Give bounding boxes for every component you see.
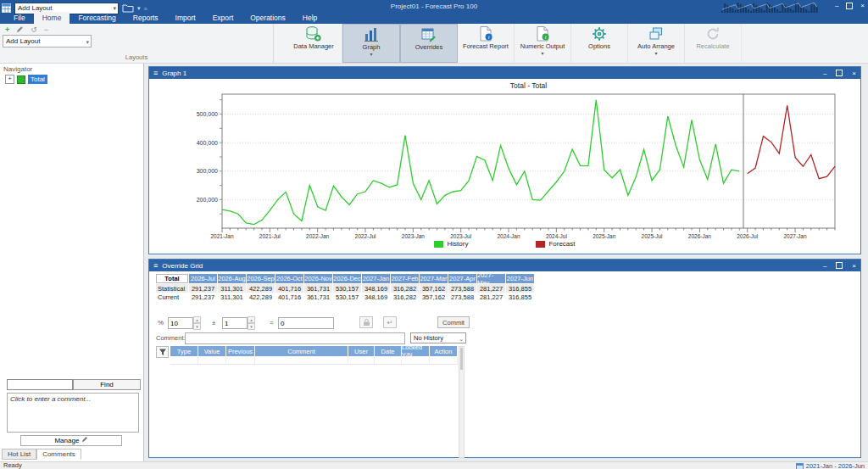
edit-layout-icon[interactable] <box>16 25 24 35</box>
forecast-cell[interactable]: 401,716 <box>275 284 303 293</box>
forecast-column-header[interactable]: 2026-Aug <box>218 274 246 283</box>
window-menu-icon[interactable]: ≡ <box>153 69 158 77</box>
forecast-cell[interactable]: 281,227 <box>477 293 505 301</box>
forecast-cell[interactable]: 357,162 <box>420 284 448 293</box>
menu-tab-export[interactable]: Export <box>204 12 242 24</box>
percent-stepper[interactable]: ▴▾ <box>193 316 201 328</box>
manage-button[interactable]: Manage <box>20 435 122 446</box>
minimize-icon[interactable]: – <box>823 70 826 77</box>
ribbon-button-forecast-report[interactable]: iForecast Report <box>458 24 515 63</box>
forecast-cell[interactable]: 422,289 <box>247 284 275 293</box>
apply-button[interactable]: ↵ <box>383 316 397 328</box>
spin-up-icon[interactable]: ▴ <box>248 316 255 323</box>
percent-input[interactable] <box>168 317 193 329</box>
history-cell[interactable] <box>255 356 348 365</box>
close-icon[interactable]: × <box>852 70 856 77</box>
ribbon-button-options[interactable]: Options <box>571 24 628 63</box>
override-window-titlebar[interactable]: ≡ Override Grid – × <box>149 260 860 271</box>
history-column-previous[interactable]: Previous <box>226 346 255 356</box>
history-cell[interactable] <box>198 356 226 365</box>
forecast-cell[interactable]: 291,237 <box>189 284 217 293</box>
remove-layout-icon[interactable]: − <box>44 25 48 35</box>
menu-tab-file[interactable]: File <box>5 12 34 24</box>
maximize-icon[interactable] <box>836 262 843 269</box>
history-cell[interactable] <box>348 356 375 365</box>
navigator-tree-root[interactable]: + Total <box>5 75 47 84</box>
plusminus-input[interactable] <box>222 317 248 329</box>
close-icon[interactable]: × <box>860 2 865 9</box>
forecast-cell[interactable]: 357,162 <box>420 293 448 301</box>
forecast-column-header[interactable]: 2027-Feb <box>391 274 419 283</box>
ribbon-button-graph[interactable]: Graph▾ <box>342 24 400 63</box>
layout-combo[interactable]: Add Layout ▾ <box>3 35 92 47</box>
forecast-cell[interactable]: 530,157 <box>333 293 361 301</box>
forecast-cell[interactable]: 316,282 <box>391 284 419 293</box>
forecast-cell[interactable]: 348,169 <box>362 284 390 293</box>
history-column-action[interactable]: Action <box>430 346 458 356</box>
history-table-scrollbar[interactable] <box>459 346 465 458</box>
forecast-cell[interactable]: 311,301 <box>218 284 246 293</box>
history-column-user[interactable]: User <box>348 346 375 356</box>
commit-button[interactable]: Commit <box>437 316 470 328</box>
history-cell[interactable] <box>375 356 402 365</box>
menu-tab-reports[interactable]: Reports <box>125 12 167 24</box>
spin-up-icon[interactable]: ▴ <box>193 316 201 323</box>
find-button[interactable]: Find <box>73 379 141 390</box>
history-cell[interactable] <box>170 356 198 365</box>
lock-button[interactable] <box>359 316 373 328</box>
graph-window-titlebar[interactable]: ≡ Graph 1 – × <box>149 67 860 79</box>
ribbon-button-numeric-output[interactable]: iNumeric Output▾ <box>515 24 571 63</box>
forecast-cell[interactable]: 361,731 <box>304 284 332 293</box>
forecast-column-header[interactable]: 2027-Jun <box>506 274 534 283</box>
forecast-cell[interactable]: 311,301 <box>218 293 246 301</box>
equals-input[interactable] <box>278 317 334 329</box>
maximize-icon[interactable] <box>846 3 853 9</box>
forecast-column-header[interactable]: 2026-Dec <box>333 274 361 283</box>
forecast-column-header[interactable]: 2026-Jul <box>189 274 217 283</box>
forecast-cell[interactable]: 361,731 <box>304 293 332 301</box>
minimize-icon[interactable]: – <box>823 262 826 270</box>
filter-button[interactable] <box>156 346 169 358</box>
find-input[interactable] <box>7 379 73 390</box>
undo-layout-icon[interactable]: ↺ <box>31 25 37 35</box>
history-column-type[interactable]: Type <box>170 346 198 356</box>
tab-comments[interactable]: Comments <box>36 449 81 460</box>
forecast-cell[interactable]: 281,227 <box>477 284 505 293</box>
forecast-cell[interactable]: 316,855 <box>506 284 534 293</box>
forecast-cell[interactable]: 422,289 <box>247 293 275 301</box>
minimize-icon[interactable]: – <box>835 2 838 9</box>
spin-down-icon[interactable]: ▾ <box>248 323 255 330</box>
history-column-comment[interactable]: Comment <box>255 346 348 356</box>
history-column-date[interactable]: Date <box>375 346 402 356</box>
forecast-column-header[interactable]: 2027-Jan <box>362 274 390 283</box>
window-menu-icon[interactable]: ≡ <box>153 261 158 270</box>
history-cell[interactable] <box>430 356 458 365</box>
spin-down-icon[interactable]: ▾ <box>193 323 201 330</box>
navigator-root-item[interactable]: Total <box>28 75 47 84</box>
forecast-column-header[interactable]: 2026-Sep <box>247 274 275 283</box>
menu-tab-operations[interactable]: Operations <box>242 12 294 24</box>
forecast-cell[interactable]: 401,716 <box>275 293 303 301</box>
ribbon-button-data-manager[interactable]: Data Manager <box>286 24 342 63</box>
close-icon[interactable]: × <box>852 262 856 270</box>
history-column-value[interactable]: Value <box>198 346 226 356</box>
ribbon-button-overrides[interactable]: Overrides <box>400 24 458 63</box>
maximize-icon[interactable] <box>836 70 843 76</box>
forecast-cell[interactable]: 530,157 <box>333 284 361 293</box>
history-column-locked-y-n[interactable]: Locked Y/N <box>402 346 430 356</box>
ribbon-button-auto-arrange[interactable]: Auto Arrange▾ <box>628 24 685 63</box>
forecast-cell[interactable]: 316,855 <box>506 293 534 301</box>
forecast-column-header[interactable]: 2027-May <box>477 274 505 283</box>
scrollbar-thumb[interactable] <box>460 348 463 370</box>
forecast-column-header[interactable]: 2027-Mar <box>420 274 448 283</box>
override-comment-input[interactable] <box>185 332 405 344</box>
history-cell[interactable] <box>226 356 255 365</box>
forecast-cell[interactable]: 273,588 <box>448 293 476 301</box>
forecast-column-header[interactable]: 2026-Oct <box>275 274 303 283</box>
menu-tab-import[interactable]: Import <box>167 12 204 24</box>
menu-tab-home[interactable]: Home <box>34 12 70 24</box>
plusminus-stepper[interactable]: ▴▾ <box>248 316 255 328</box>
comment-box[interactable]: Click to enter a comment... <box>7 393 139 433</box>
forecast-cell[interactable]: 316,282 <box>391 293 419 301</box>
menu-tab-help[interactable]: Help <box>294 12 326 24</box>
